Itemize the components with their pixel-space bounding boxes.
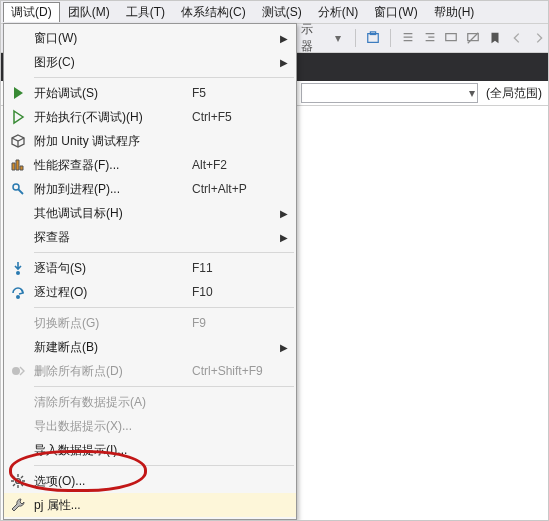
menu-item: 切换断点(G)F9 xyxy=(4,311,296,335)
menu-体系结构c[interactable]: 体系结构(C) xyxy=(173,2,254,23)
toolbox-icon[interactable] xyxy=(364,29,382,47)
menu-item-label: 性能探查器(F)... xyxy=(32,157,192,174)
menu-item[interactable]: 逐过程(O)F10 xyxy=(4,280,296,304)
svg-point-6 xyxy=(16,271,20,275)
visual-studio-window: 调试(D)团队(M)工具(T)体系结构(C)测试(S)分析(N)窗口(W)帮助(… xyxy=(0,0,549,521)
toolbar-label: 示器 xyxy=(301,21,325,55)
menu-item[interactable]: 开始调试(S)F5 xyxy=(4,81,296,105)
menu-item-shortcut: Ctrl+Alt+P xyxy=(192,182,280,196)
submenu-arrow-icon: ▶ xyxy=(280,208,296,219)
next-bookmark-icon[interactable] xyxy=(530,29,548,47)
menu-item-shortcut: F10 xyxy=(192,285,280,299)
menu-item-shortcut: Alt+F2 xyxy=(192,158,280,172)
menu-item[interactable]: 附加到进程(P)...Ctrl+Alt+P xyxy=(4,177,296,201)
scope-label: (全局范围) xyxy=(486,85,542,102)
svg-rect-2 xyxy=(446,34,457,41)
menu-item[interactable]: 探查器▶ xyxy=(4,225,296,249)
delete-bp-icon xyxy=(4,363,32,379)
separator xyxy=(355,29,356,47)
menu-item-shortcut: F9 xyxy=(192,316,280,330)
gear-icon xyxy=(4,473,32,489)
submenu-arrow-icon: ▶ xyxy=(280,342,296,353)
dropdown-icon[interactable]: ▾ xyxy=(329,29,347,47)
menu-item[interactable]: 性能探查器(F)...Alt+F2 xyxy=(4,153,296,177)
menu-item[interactable]: 选项(O)... xyxy=(4,469,296,493)
menu-item[interactable]: 其他调试目标(H)▶ xyxy=(4,201,296,225)
submenu-arrow-icon: ▶ xyxy=(280,33,296,44)
menu-item[interactable]: 开始执行(不调试)(H)Ctrl+F5 xyxy=(4,105,296,129)
menu-item-label: 图形(C) xyxy=(32,54,192,71)
menu-item[interactable]: 逐语句(S)F11 xyxy=(4,256,296,280)
menu-帮助h[interactable]: 帮助(H) xyxy=(426,2,483,23)
menu-item-label: 探查器 xyxy=(32,229,192,246)
bookmark-icon[interactable] xyxy=(486,29,504,47)
menu-item-shortcut: Ctrl+Shift+F9 xyxy=(192,364,280,378)
menu-item-label: 逐语句(S) xyxy=(32,260,192,277)
menu-item-label: 逐过程(O) xyxy=(32,284,192,301)
menu-分析n[interactable]: 分析(N) xyxy=(310,2,367,23)
play-green-icon xyxy=(4,85,32,101)
svg-point-9 xyxy=(16,479,21,484)
menu-item[interactable]: 附加 Unity 调试程序 xyxy=(4,129,296,153)
menu-item-label: 清除所有数据提示(A) xyxy=(32,394,192,411)
menu-调试d[interactable]: 调试(D) xyxy=(3,2,60,22)
menu-item-shortcut: Ctrl+F5 xyxy=(192,110,280,124)
menubar: 调试(D)团队(M)工具(T)体系结构(C)测试(S)分析(N)窗口(W)帮助(… xyxy=(1,1,548,24)
debug-menu: 窗口(W)▶图形(C)▶开始调试(S)F5开始执行(不调试)(H)Ctrl+F5… xyxy=(3,23,297,520)
menu-separator xyxy=(34,252,294,253)
menu-item-label: 开始调试(S) xyxy=(32,85,192,102)
menu-item: 导出数据提示(X)... xyxy=(4,414,296,438)
menu-separator xyxy=(34,307,294,308)
menu-item[interactable]: 导入数据提示(I)... xyxy=(4,438,296,462)
step-into-icon xyxy=(4,260,32,276)
menu-separator xyxy=(34,77,294,78)
menu-item[interactable]: pj 属性... xyxy=(4,493,296,517)
comment-icon[interactable] xyxy=(443,29,461,47)
profiler-icon xyxy=(4,157,32,173)
menu-item-label: 导入数据提示(I)... xyxy=(32,442,192,459)
menu-item-label: 开始执行(不调试)(H) xyxy=(32,109,192,126)
submenu-arrow-icon: ▶ xyxy=(280,57,296,68)
prev-bookmark-icon[interactable] xyxy=(508,29,526,47)
separator xyxy=(390,29,391,47)
menu-item-label: pj 属性... xyxy=(32,497,192,514)
menu-item-label: 窗口(W) xyxy=(32,30,192,47)
menu-item[interactable]: 新建断点(B)▶ xyxy=(4,335,296,359)
indent-icon[interactable] xyxy=(399,29,417,47)
menu-工具t[interactable]: 工具(T) xyxy=(118,2,173,23)
menu-item[interactable]: 窗口(W)▶ xyxy=(4,26,296,50)
menu-item-label: 附加到进程(P)... xyxy=(32,181,192,198)
menu-item-label: 删除所有断点(D) xyxy=(32,363,192,380)
menu-item[interactable]: 图形(C)▶ xyxy=(4,50,296,74)
outdent-icon[interactable] xyxy=(421,29,439,47)
scope-combo[interactable]: ▾ xyxy=(301,83,478,103)
menu-item: 删除所有断点(D)Ctrl+Shift+F9 xyxy=(4,359,296,383)
svg-point-7 xyxy=(16,295,20,299)
svg-line-4 xyxy=(468,33,479,44)
cube-icon xyxy=(4,133,32,149)
uncomment-icon[interactable] xyxy=(464,29,482,47)
menu-separator xyxy=(34,386,294,387)
menu-窗口w[interactable]: 窗口(W) xyxy=(366,2,425,23)
menu-item-label: 切换断点(G) xyxy=(32,315,192,332)
menu-separator xyxy=(34,465,294,466)
menu-item-label: 新建断点(B) xyxy=(32,339,192,356)
wrench-icon xyxy=(4,497,32,513)
menu-测试s[interactable]: 测试(S) xyxy=(254,2,310,23)
menu-团队m[interactable]: 团队(M) xyxy=(60,2,118,23)
menu-item-label: 附加 Unity 调试程序 xyxy=(32,133,192,150)
menu-item-label: 导出数据提示(X)... xyxy=(32,418,192,435)
menu-item: 清除所有数据提示(A) xyxy=(4,390,296,414)
menu-item-label: 选项(O)... xyxy=(32,473,192,490)
menu-item-shortcut: F5 xyxy=(192,86,280,100)
svg-point-8 xyxy=(12,367,20,375)
play-outline-icon xyxy=(4,109,32,125)
menu-item-label: 其他调试目标(H) xyxy=(32,205,192,222)
menu-item-shortcut: F11 xyxy=(192,261,280,275)
attach-icon xyxy=(4,181,32,197)
submenu-arrow-icon: ▶ xyxy=(280,232,296,243)
chevron-down-icon: ▾ xyxy=(469,86,475,100)
step-over-icon xyxy=(4,284,32,300)
